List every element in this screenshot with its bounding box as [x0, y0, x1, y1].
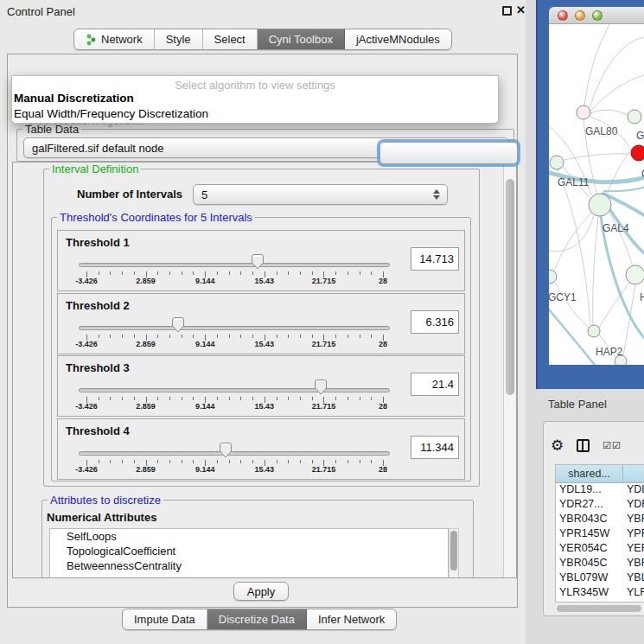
slider-track[interactable] — [79, 326, 390, 330]
threshold-label: Threshold 3 — [66, 361, 130, 374]
tick-label: 15.43 — [255, 465, 275, 474]
tick-label: 9.144 — [195, 277, 215, 285]
table-hscrollbar-thumb[interactable] — [557, 605, 641, 612]
node-h[interactable] — [626, 265, 644, 284]
table-cell: YDR27... — [556, 498, 623, 513]
settings-scrollbar[interactable] — [503, 163, 516, 577]
checkbox-pair-icon[interactable]: ☑☑ — [603, 440, 622, 451]
table-cell: YDR2 — [623, 498, 644, 513]
column-header[interactable]: name — [623, 465, 644, 483]
node-hap2[interactable] — [588, 325, 600, 337]
apply-button[interactable]: Apply — [233, 582, 289, 601]
table-cell: YPR1 — [623, 527, 644, 542]
mac-minimize-light[interactable] — [575, 10, 585, 21]
table-cell: YBR0 — [623, 513, 644, 527]
tick-label: 28 — [379, 465, 387, 474]
table-row[interactable]: YBR043CYBR0 — [556, 513, 644, 527]
tick-label: 15.43 — [255, 277, 275, 285]
threshold-value-field[interactable]: 11.344 — [411, 436, 459, 459]
slider-track[interactable] — [79, 451, 390, 456]
table-cell: YIL052C — [556, 601, 623, 603]
attributes-scrollbar-thumb[interactable] — [450, 531, 457, 571]
tick-label: 9.144 — [195, 402, 215, 411]
slider-handle[interactable] — [219, 442, 233, 458]
table-row[interactable]: YER054CYER0 — [556, 542, 644, 557]
algorithm-hint-text: Select algorithm to view settings — [12, 79, 498, 92]
control-panel-titlebar: Control Panel ✕ — [0, 0, 526, 22]
network-graph: GAL80GAGAL11CGAL4GCY1HHAP2 — [549, 24, 644, 365]
attribute-item[interactable]: BetweennessCentrality — [50, 558, 448, 573]
table-row[interactable]: YLR345WYLR3 — [556, 586, 644, 601]
table-header-row: shared...name — [556, 465, 644, 483]
close-icon[interactable]: ✕ — [516, 3, 526, 16]
slider-handle[interactable] — [314, 379, 328, 395]
mac-zoom-light[interactable] — [592, 10, 603, 21]
table-row[interactable]: YDR27...YDR2 — [556, 498, 644, 513]
tick-label: 2.859 — [136, 277, 156, 285]
slider-track[interactable] — [79, 388, 390, 392]
table-row[interactable]: YPR145WYPR1 — [556, 527, 644, 542]
threshold-value-field[interactable]: 21.4 — [411, 373, 459, 396]
threshold-value-field[interactable]: 6.316 — [411, 310, 459, 334]
threshold-value-field[interactable]: 14.713 — [411, 247, 459, 271]
network-canvas[interactable]: GAL80GAGAL11CGAL4GCY1HHAP2 — [549, 24, 644, 365]
algorithm-option[interactable]: Equal Width/Frequency Discretization — [14, 107, 208, 120]
tab-label: Select — [214, 33, 245, 46]
table-hscrollbar[interactable] — [555, 604, 644, 613]
node-table[interactable]: shared...name YDL19...YDL1YDR27...YDR2YB… — [555, 464, 644, 603]
network-edge — [555, 283, 589, 328]
node-red-selected[interactable] — [631, 145, 644, 161]
tab-style[interactable]: Style — [155, 29, 203, 49]
table-row[interactable]: YBR045CYBR0 — [556, 557, 644, 571]
top-tab-bar: NetworkStyleSelectCyni ToolboxjActiveMNo… — [73, 29, 452, 50]
gear-icon[interactable]: ⚙ — [551, 437, 564, 455]
table-panel-title: Table Panel — [548, 398, 607, 411]
node-gcy1[interactable] — [549, 270, 557, 284]
numerical-attributes-label: Numerical Attributes — [47, 511, 156, 524]
tab-cyni-toolbox[interactable]: Cyni Toolbox — [258, 29, 345, 49]
node-pink[interactable] — [577, 105, 590, 119]
table-row[interactable]: YDL19...YDL1 — [556, 483, 644, 498]
tick-label: -3.426 — [75, 465, 98, 474]
node-label: GAL11 — [558, 176, 590, 188]
network-edge — [590, 36, 644, 108]
table-row[interactable]: YIL052CYIL0 — [556, 601, 644, 603]
node-green-1[interactable] — [628, 110, 641, 124]
tick-label: 9.144 — [195, 340, 215, 348]
tick-label: 2.859 — [136, 465, 156, 474]
tab-impute-data[interactable]: Impute Data — [123, 609, 207, 629]
table-cell: YPR145W — [556, 527, 623, 542]
node-gal11[interactable] — [550, 156, 564, 169]
tick-label: -3.426 — [75, 277, 98, 285]
column-header[interactable]: shared... — [556, 465, 623, 483]
node-gal4[interactable] — [589, 194, 611, 216]
float-window-icon[interactable] — [502, 6, 512, 16]
threshold-label: Threshold 4 — [66, 424, 130, 437]
tick-label: 21.715 — [312, 340, 336, 348]
threshold-panel: Threshold 4-3.4262.8599.14415.4321.71528… — [57, 418, 465, 480]
settings-scrollbar-thumb[interactable] — [506, 179, 514, 395]
number-of-intervals-combobox[interactable]: 5 — [193, 184, 448, 205]
tick-label: 15.43 — [255, 402, 275, 411]
attribute-item[interactable]: TopologicalCoefficient — [50, 544, 448, 558]
tab-jactivemnodules[interactable]: jActiveMNodules — [345, 29, 451, 49]
threshold-panel: Threshold 2-3.4262.8599.14415.4321.71528… — [57, 293, 465, 354]
slider-handle[interactable] — [251, 253, 265, 270]
attributes-list-scrollbar[interactable] — [449, 528, 459, 578]
attribute-item[interactable]: SelfLoops — [50, 529, 448, 544]
algorithm-combobox[interactable] — [379, 142, 518, 164]
mac-close-light[interactable] — [558, 10, 568, 21]
numerical-attributes-list[interactable]: SelfLoopsTopologicalCoefficientBetweenne… — [49, 528, 449, 578]
attributes-group-title: Attributes to discretize — [48, 494, 163, 507]
table-row[interactable]: YBL079WYBL0 — [556, 571, 644, 586]
tab-discretize-data[interactable]: Discretize Data — [207, 609, 307, 629]
slider-track[interactable] — [79, 263, 390, 267]
tab-select[interactable]: Select — [203, 29, 258, 49]
algorithm-option[interactable]: Manual Discretization — [14, 92, 134, 105]
slider-handle[interactable] — [171, 316, 185, 333]
tab-network[interactable]: Network — [74, 29, 155, 49]
columns-icon[interactable] — [577, 439, 590, 452]
tab-infer-network[interactable]: Infer Network — [307, 609, 396, 629]
tab-label: jActiveMNodules — [356, 33, 440, 46]
network-edge — [549, 215, 594, 252]
